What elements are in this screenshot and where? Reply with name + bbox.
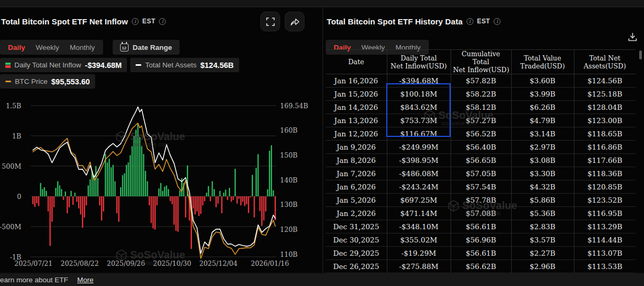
table-row[interactable]: Dec 31,2025-$348.10M$56.61B$2.83B$113.29… [326,220,635,233]
value-cell: $113.29B [574,220,635,233]
value-cell: $2.96B [511,260,574,273]
table-title-row: Total Bitcoin Spot ETF History Data i ES… [327,14,501,28]
value-cell: $56.61B [451,220,511,233]
value-cell: $124.56B [574,74,635,88]
table-row[interactable]: Jan 5,2026$697.25M$57.78B$5.86B$123.52B [326,194,635,207]
value-cell: $56.65B [451,154,511,167]
value-cell: $5.36B [511,207,574,220]
date-cell: Jan 16,2026 [326,74,387,88]
svg-text:169.54B: 169.54B [280,102,308,110]
value-cell: $58.12B [451,101,511,114]
value-cell: -$249.99M [387,141,451,154]
table-row[interactable]: Jan 14,2026$843.62M$58.12B$6.26B$128.04B [326,101,635,114]
svg-text:2025/12/04: 2025/12/04 [199,259,238,267]
history-data-panel: Total Bitcoin Spot ETF History Data i ES… [326,7,644,273]
column-header[interactable]: Date [326,50,387,74]
net-inflow-chart[interactable]: 1.5B1B500M0-500M-1B169.54B160B150B140B13… [0,7,319,273]
svg-text:160B: 160B [280,126,298,134]
value-cell: $113.53B [574,260,635,273]
value-cell: $56.40B [451,141,511,154]
value-cell: $471.14M [387,207,451,220]
date-cell: Jan 15,2026 [326,88,387,101]
value-cell: $56.96B [451,233,511,247]
left-axis-ticks: 1.5B1B500M0-500M-1B [0,102,21,261]
footer-bar: earn more about ETF More [0,274,644,286]
value-cell: -$398.95M [387,154,451,167]
download-icon [628,32,638,42]
value-cell: -$486.08M [387,167,451,180]
value-cell: $4.79B [511,114,574,127]
value-cell: $56.62B [451,260,511,273]
value-cell: $56.52B [451,127,511,141]
svg-text:2025/10/30: 2025/10/30 [153,259,191,267]
table-header-row: DateDaily Total Net Inflow(USD)Cumulativ… [326,50,635,74]
date-cell: Jan 2,2026 [326,207,387,220]
value-cell: -$243.24M [387,180,451,194]
svg-text:0: 0 [17,193,21,201]
column-header[interactable]: Total Net Assets(USD) [574,50,635,74]
value-cell: $697.25M [387,194,451,207]
value-cell: $57.78B [451,194,511,207]
value-cell: $355.02M [387,233,451,247]
value-cell: $5.86B [511,194,574,207]
table-row[interactable]: Jan 16,2026-$394.68M$57.82B$3.60B$124.56… [326,74,635,88]
value-cell: -$275.88M [387,260,451,273]
value-cell: $843.62M [387,101,451,114]
column-header[interactable]: Cumulative Total Net Inflow(USD) [451,50,511,74]
btc-price-line [33,123,275,258]
value-cell: -$394.68M [387,74,451,88]
value-cell: $56.61B [451,247,511,260]
history-table: DateDaily Total Net Inflow(USD)Cumulativ… [326,49,635,273]
value-cell: $3.08B [511,154,574,167]
footer-more-link[interactable]: More [77,276,94,284]
svg-text:110B: 110B [280,250,298,258]
column-header[interactable]: Total Value Traded(USD) [511,50,574,74]
date-cell: Jan 5,2026 [326,194,387,207]
value-cell: $2.97B [511,141,574,154]
table-row[interactable]: Jan 7,2026-$486.08M$57.05B$3.30B$118.36B [326,167,635,180]
date-cell: Jan 13,2026 [326,114,387,127]
table-row[interactable]: Jan 12,2026$116.67M$56.52B$3.14B$118.65B [326,127,635,141]
footer-text: earn more about ETF [0,276,68,284]
value-cell: $3.60B [511,74,574,88]
date-cell: Jan 14,2026 [326,101,387,114]
top-strip [0,0,644,7]
info-icon[interactable]: i [494,18,501,25]
table-row[interactable]: Dec 29,2025-$19.29M$56.61B$2.27B$113.07B [326,247,635,260]
date-cell: Dec 29,2025 [326,247,387,260]
value-cell: $118.36B [574,167,635,180]
date-cell: Jan 9,2026 [326,141,387,154]
svg-text:1B: 1B [12,132,21,140]
svg-text:2026/01/16: 2026/01/16 [251,259,289,267]
table-row[interactable]: Jan 13,2026$753.73M$57.27B$4.79B$123.00B [326,114,635,127]
value-cell: $114.44B [574,233,635,247]
table-scrollbar[interactable] [639,50,642,59]
date-cell: Dec 31,2025 [326,220,387,233]
value-cell: $2.27B [511,247,574,260]
value-cell: $57.27B [451,114,511,127]
svg-text:2025/09/26: 2025/09/26 [107,259,145,267]
table-row[interactable]: Jan 6,2026-$243.24M$57.54B$4.32B$120.85B [326,180,635,194]
table-row[interactable]: Dec 30,2025$355.02M$56.96B$3.57B$114.44B [326,233,635,247]
download-button[interactable] [628,32,638,44]
table-row[interactable]: Jan 2,2026$471.14M$57.08B$5.36B$116.95B [326,207,635,220]
date-cell: Jan 12,2026 [326,127,387,141]
date-cell: Jan 8,2026 [326,154,387,167]
value-cell: $4.32B [511,180,574,194]
column-header[interactable]: Daily Total Net Inflow(USD) [387,50,451,74]
svg-text:140B: 140B [280,176,298,184]
table-row[interactable]: Jan 8,2026-$398.95M$56.65B$3.08B$117.66B [326,154,635,167]
date-cell: Jan 7,2026 [326,167,387,180]
table-row[interactable]: Dec 26,2025-$275.88M$56.62B$2.96B$113.53… [326,260,635,273]
net-inflow-chart-panel: Total Bitcoin Spot ETF Net Inflow i EST … [0,7,319,273]
svg-text:500M: 500M [2,162,21,170]
history-table-wrap: DateDaily Total Net Inflow(USD)Cumulativ… [326,49,635,273]
svg-text:2025/08/22: 2025/08/22 [61,259,99,267]
info-icon[interactable]: i [467,18,473,25]
value-cell: $125.18B [574,88,635,101]
value-cell: $57.82B [451,74,511,88]
value-cell: $57.05B [451,167,511,180]
table-row[interactable]: Jan 9,2026-$249.99M$56.40B$2.97B$116.86B [326,141,635,154]
table-row[interactable]: Jan 15,2026$100.18M$58.22B$3.99B$125.18B [326,88,635,101]
value-cell: $123.52B [574,194,635,207]
